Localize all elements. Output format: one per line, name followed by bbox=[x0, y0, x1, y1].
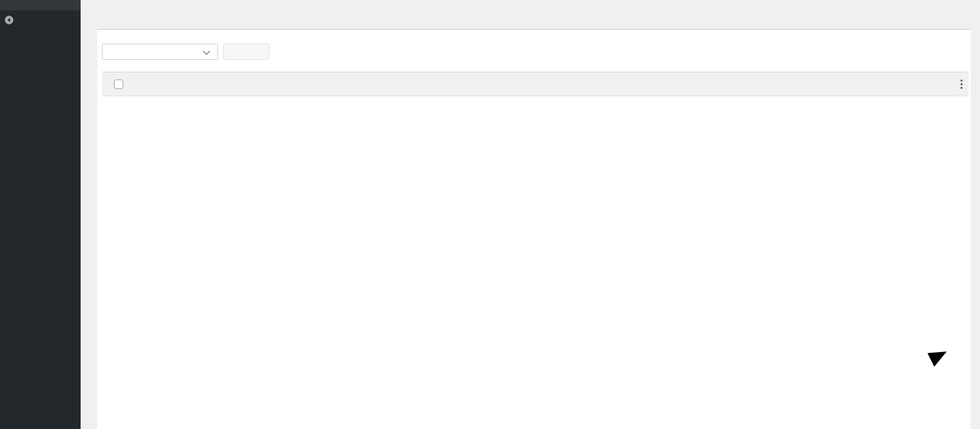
table-header-row bbox=[102, 72, 969, 96]
chevron-down-icon bbox=[203, 48, 210, 55]
select-all-checkbox[interactable] bbox=[114, 80, 123, 89]
collapse-menu-button[interactable] bbox=[0, 15, 81, 27]
apply-button[interactable] bbox=[223, 44, 269, 60]
bulk-actions-select[interactable] bbox=[102, 44, 218, 60]
translation-jobs-table bbox=[102, 72, 969, 96]
column-options-kebab-icon[interactable] bbox=[958, 72, 965, 96]
admin-sidebar bbox=[0, 0, 81, 429]
wpml-submenu bbox=[0, 0, 81, 10]
wpml-translation-jobs-screen bbox=[0, 0, 980, 429]
collapse-arrow-icon bbox=[4, 15, 14, 27]
